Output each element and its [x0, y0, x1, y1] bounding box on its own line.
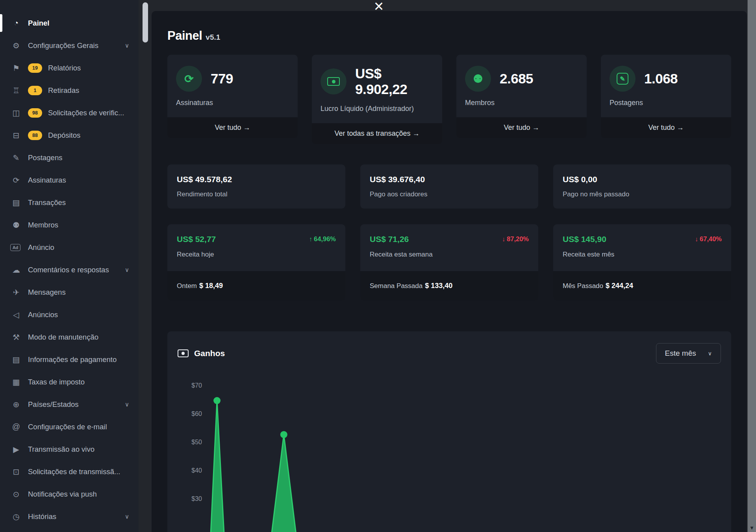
sidebar-item-label: Países/Estados — [28, 400, 79, 409]
ad-icon: Ad — [10, 244, 20, 251]
stat-card-postagens: ✎1.068PostagensVer tudo → — [601, 55, 731, 138]
revenue-value: US$ 71,26 — [370, 235, 409, 244]
earnings-chart-plot: $70$60$50$40$30 — [178, 379, 721, 532]
sidebar-item-solicitacoes-de-verific[interactable]: ◫98Solicitações de verific... — [0, 102, 139, 124]
sidebar-item-anuncio[interactable]: AdAnúncio — [0, 236, 139, 259]
bell-icon: ⊙ — [10, 490, 22, 499]
users-icon: ⚉ — [10, 220, 22, 230]
sidebar-item-assinaturas[interactable]: ⟳Assinaturas — [0, 169, 139, 191]
sidebar-item-label: Notificações via push — [28, 490, 97, 499]
sidebar-item-label: Assinaturas — [28, 176, 66, 185]
chevron-down-icon: ∨ — [125, 42, 129, 49]
users-icon: ⚉ — [465, 66, 491, 92]
stat-label: Membros — [465, 99, 578, 107]
sidebar-item-notificacoes-via-push[interactable]: ⊙Notificações via push — [0, 483, 139, 505]
stat-card-body: ⟳779Assinaturas — [167, 55, 298, 117]
stat-card-lucro-liquido-administrador: US$ 9.902,22Lucro Líquido (Administrador… — [312, 55, 442, 144]
sidebar-item-label: Solicitações de verific... — [48, 109, 124, 117]
stat-label: Assinaturas — [176, 99, 289, 107]
sidebar-item-label: Anúncio — [28, 243, 54, 252]
gear-icon: ⚙ — [10, 41, 22, 50]
edit-icon: ✎ — [10, 153, 22, 163]
chevron-down-icon: ∨ — [708, 350, 712, 357]
y-axis-label: $30 — [178, 495, 202, 502]
sidebar-item-configuracoes-gerais[interactable]: ⚙Configurações Gerais∨ — [0, 34, 139, 57]
dashboard-icon: ◔ — [10, 18, 22, 28]
sidebar-item-anuncios[interactable]: ◁Anúncios — [0, 303, 139, 326]
revenue-card-top: US$ 145,90↓67,40%Receita este mês — [553, 224, 731, 271]
sidebar-item-label: Transmissão ao vivo — [28, 445, 94, 454]
total-card-pago-aos-criadores: US$ 39.676,40Pago aos criadores — [360, 164, 538, 209]
sidebar-item-solicitacoes-de-transmissa[interactable]: ⊡Solicitações de transmissã... — [0, 460, 139, 483]
sidebar-item-label: Solicitações de transmissã... — [28, 467, 120, 476]
sidebar-item-transacoes[interactable]: ▤Transações — [0, 191, 139, 214]
send-icon: ✈ — [10, 288, 22, 297]
sidebar-item-label: Anúncios — [28, 310, 58, 319]
sidebar-item-retiradas[interactable]: ♖1Retiradas — [0, 79, 139, 102]
sidebar-item-postagens[interactable]: ✎Postagens — [0, 146, 139, 169]
sidebar-item-label: Painel — [28, 19, 50, 28]
revenue-line: US$ 145,90↓67,40% — [563, 235, 722, 244]
refresh-icon: ⟳ — [10, 175, 22, 185]
comment-icon: ☁ — [10, 265, 22, 275]
view-all-button[interactable]: Ver tudo → — [456, 117, 587, 138]
sidebar-item-label: Relatórios — [48, 64, 81, 72]
revenue-card-receita-hoje: US$ 52,77↑64,96%Receita hojeOntem$ 18,49 — [167, 224, 345, 301]
sidebar-item-membros[interactable]: ⚉Membros — [0, 214, 139, 236]
dashboard-panel: Painel v5.1 ⟳779AssinaturasVer tudo →US$… — [152, 11, 747, 532]
sidebar-item-label: Transações — [28, 198, 66, 207]
stat-card-body: ⚉2.685Membros — [456, 55, 587, 117]
period-dropdown-value: Este mês — [665, 349, 696, 358]
chevron-down-icon: ∨ — [125, 513, 129, 520]
sidebar-item-label: Configurações Gerais — [28, 41, 98, 50]
total-card-rendimento-total: US$ 49.578,62Rendimento total — [167, 164, 345, 209]
window-scrollbar[interactable]: ▼ — [747, 0, 756, 532]
y-axis-label: $50 — [178, 439, 202, 446]
sidebar-item-painel[interactable]: ◔Painel — [0, 12, 139, 34]
sidebar-item-label: Retiradas — [48, 86, 79, 95]
sidebar-item-taxas-de-imposto[interactable]: ▦Taxas de imposto — [0, 371, 139, 393]
stat-card-top: US$ 9.902,22 — [321, 66, 434, 98]
payment-info-icon: ▤ — [10, 355, 22, 364]
sidebar-item-relatorios[interactable]: ⚑19Relatórios — [0, 57, 139, 79]
money-icon: ⊟ — [10, 131, 22, 140]
sidebar-item-configuracoes-de-e-mail[interactable]: @Configurações de e-mail — [0, 416, 139, 438]
sidebar-item-historias[interactable]: ◷Histórias∨ — [0, 505, 139, 528]
count-badge: 98 — [28, 108, 42, 118]
sidebar-item-label: Configurações de e-mail — [28, 423, 107, 431]
id-card-icon: ◫ — [10, 108, 22, 118]
sidebar-item-modo-de-manutencao[interactable]: ⚒Modo de manutenção — [0, 326, 139, 348]
sidebar-scrollbar-thumb[interactable] — [143, 2, 148, 42]
scroll-down-arrow-icon[interactable]: ▼ — [748, 525, 756, 531]
stat-card-top: ⚉2.685 — [465, 66, 578, 92]
y-axis-label: $40 — [178, 467, 202, 474]
stat-card-body: US$ 9.902,22Lucro Líquido (Administrador… — [312, 55, 442, 123]
view-all-button[interactable]: Ver todas as transações → — [312, 123, 442, 144]
money-bill-glyph — [327, 77, 340, 86]
revenue-card-receita-esta-semana: US$ 71,26↓87,20%Receita esta semanaSeman… — [360, 224, 538, 301]
sidebar-item-mensagens[interactable]: ✈Mensagens — [0, 281, 139, 303]
sidebar-item-paises-estados[interactable]: ⊕Países/Estados∨ — [0, 393, 139, 416]
earnings-area-chart — [208, 379, 721, 532]
stat-label: Lucro Líquido (Administrador) — [321, 105, 434, 113]
sidebar-item-comentarios-e-respostas[interactable]: ☁Comentários e respostas∨ — [0, 259, 139, 281]
view-all-button[interactable]: Ver tudo → — [167, 117, 298, 138]
sidebar-item-depositos[interactable]: ⊟88Depósitos — [0, 124, 139, 146]
period-dropdown[interactable]: Este mês ∨ — [656, 343, 721, 364]
total-label: Pago no mês passado — [563, 190, 722, 198]
previous-period: Ontem$ 18,49 — [167, 271, 345, 301]
change-percent-value: 87,20% — [507, 235, 529, 242]
page-title: Painel — [167, 29, 202, 43]
view-all-button[interactable]: Ver tudo → — [601, 117, 731, 138]
stat-value: 779 — [211, 71, 233, 87]
sidebar-item-informacoes-de-pagamento[interactable]: ▤Informações de pagamento — [0, 348, 139, 371]
chart-title-wrap: Ganhos — [178, 349, 225, 358]
sidebar-item-transmissao-ao-vivo[interactable]: ▶Transmissão ao vivo — [0, 438, 139, 460]
chart-header: Ganhos Este mês ∨ — [178, 343, 721, 364]
revenue-label: Receita este mês — [563, 251, 722, 259]
tools-icon: ⚒ — [10, 332, 22, 342]
money-bill-icon — [178, 349, 189, 357]
sidebar-item-label: Postagens — [28, 153, 62, 162]
refresh-icon: ⟳ — [176, 66, 202, 92]
edit-icon: ✎ — [610, 66, 636, 92]
